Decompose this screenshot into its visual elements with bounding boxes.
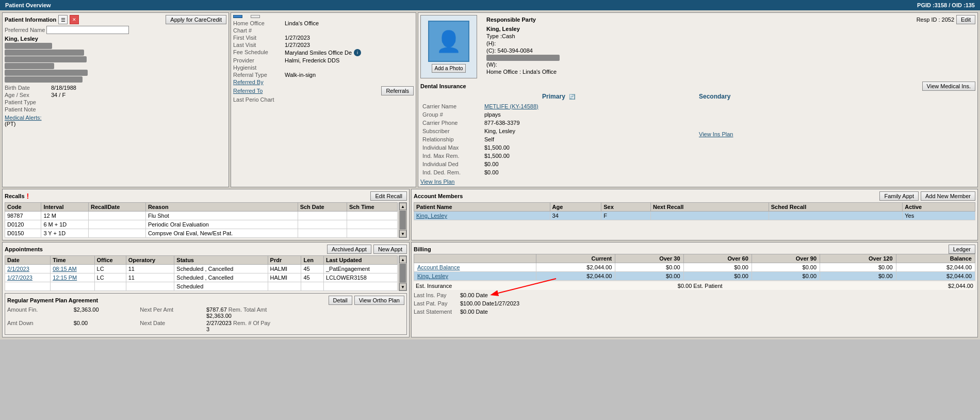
referred-to-link[interactable]: Referred To (233, 88, 285, 94)
family-appt-button[interactable]: Family Appt (879, 191, 918, 201)
ind-ded-rem-row: Ind. Ded. Rem. $0.00 (420, 168, 697, 176)
secondary-header-row: Secondary (699, 93, 975, 100)
next-per-amt-label: Next Per Amt (140, 306, 205, 319)
ehr-button[interactable] (233, 15, 242, 18)
medical-alerts-section: Medical Alerts: (5, 115, 226, 121)
first-visit-row: First Visit 1/27/2023 (233, 35, 414, 41)
appt-row-1[interactable]: 2/1/2023 08:15 AM LC 11 Scheduled , Canc… (5, 265, 398, 273)
referred-to-row: Referred To Referrals (233, 86, 414, 95)
payment-plan-header: Regular Payment Plan Agreement Detail Vi… (7, 296, 404, 305)
edit-patient-button[interactable] (251, 15, 260, 18)
col-time: Time (51, 256, 94, 265)
view-ins-plan-link-1[interactable]: View Ins Plan (420, 179, 454, 185)
add-photo-button[interactable]: Add a Photo (432, 64, 465, 73)
spacer3 (273, 320, 338, 332)
spacer2 (339, 306, 404, 319)
carrier-name-link[interactable]: METLIFE (KY-14588) (484, 103, 538, 109)
phone-blurred-1: █ ███-███-████ (5, 63, 54, 69)
archived-appt-button[interactable]: Archived Appt (327, 245, 371, 254)
phone-blurred-2: ███ ███-████ ████ █████ (5, 70, 88, 76)
new-appt-button[interactable]: New Appt (373, 245, 407, 254)
account-balance-link[interactable]: Account Balance (417, 264, 460, 270)
appt-row-2[interactable]: 1/27/2023 12:15 PM LC 11 Scheduled , Can… (5, 273, 398, 282)
recalls-scrollbar[interactable]: ▲ ▼ (399, 202, 407, 238)
col-active: Active (903, 203, 975, 212)
main-container: Patient Information ☰ ✕ Apply for CareCr… (0, 10, 980, 340)
billing-label: Billing (414, 246, 431, 252)
col-over90: Over 90 (752, 254, 820, 263)
next-date-value: 2/27/2023 Rem. # Of Pay 3 (206, 320, 272, 332)
view-ortho-plan-button[interactable]: View Ortho Plan (354, 296, 404, 305)
billing-row-1[interactable]: Account Balance $2,044.00 $0.00 $0.00 $0… (414, 263, 975, 272)
col-billing-name (414, 254, 536, 263)
next-per-amt-value: $787.67 Rem. Total Amt $2,363.00 (206, 306, 272, 319)
preferred-name-input[interactable] (46, 26, 129, 34)
referred-by-link[interactable]: Referred By (233, 79, 285, 85)
home-office-row: Home Office Linda's Office (233, 20, 414, 26)
appts-scroll-up[interactable]: ▲ (399, 256, 406, 263)
recalls-header: Recalls ! Edit Recall (5, 191, 407, 201)
col-office: Office (94, 256, 126, 265)
fee-schedule-info-icon[interactable]: i (354, 49, 361, 56)
ind-ded-row: Individual Ded $0.00 (420, 160, 697, 168)
billing-row-2[interactable]: King, Lesley $2,044.00 $0.00 $0.00 $0.00… (414, 272, 975, 281)
patient-info-panel: Patient Information ☰ ✕ Apply for CareCr… (2, 12, 229, 187)
member-row-1[interactable]: King, Lesley 34 F Yes (414, 212, 975, 220)
king-lesley-link[interactable]: King, Lesley (417, 273, 448, 279)
apply-care-credit-button[interactable]: Apply for CareCredit (166, 15, 226, 24)
col-len: Len (301, 256, 323, 265)
list-icon[interactable]: ☰ (58, 15, 68, 24)
recall-row-1[interactable]: 9878712 MFlu Shot (5, 212, 398, 220)
detail-button[interactable]: Detail (329, 296, 352, 305)
appts-scrollbar[interactable]: ▲ ▼ (399, 255, 407, 291)
member-name-link[interactable]: King, Lesley (416, 213, 447, 219)
view-medical-ins-button[interactable]: View Medical Ins. (922, 82, 975, 91)
appt-date-1[interactable]: 2/1/2023 (7, 266, 29, 272)
alert-icon[interactable]: ✕ (70, 15, 79, 24)
insurance-columns: Primary 🔄 Carrier Name METLIFE (KY-14588… (420, 93, 975, 185)
last-statement-row: Last Statement $0.00 Date (414, 309, 694, 315)
resp-party-header: Responsible Party Resp ID : 2052 Edit (486, 15, 975, 24)
primary-insurance-icon[interactable]: 🔄 (569, 94, 575, 100)
appt-row-3[interactable]: Scheduled (5, 282, 398, 291)
total-balance-value: $2,044.00 (948, 283, 973, 289)
ind-max-row: Individual Max $1,500.00 (420, 143, 697, 152)
patient-note-row: Patient Note (5, 106, 226, 112)
address-blurred-3: ████████████████ ████ (5, 56, 87, 62)
referrals-button[interactable]: Referrals (381, 86, 414, 95)
appts-thead: Date Time Office Operatory Status Prdr L… (5, 256, 398, 265)
appt-date-2[interactable]: 1/27/2023 (7, 274, 32, 281)
col-current: Current (536, 254, 615, 263)
col-age: Age (550, 203, 601, 212)
account-members-header: Account Members Family Appt Add New Memb… (414, 191, 975, 201)
address-blurred-1: ███ ████ ████ (5, 43, 52, 49)
edit-resp-party-button[interactable]: Edit (956, 15, 975, 24)
dental-ins-header: Dental Insurance View Medical Ins. (420, 82, 975, 91)
scroll-up-btn[interactable]: ▲ (399, 203, 406, 210)
center-panel: Home Office Linda's Office Chart # First… (231, 12, 416, 187)
appt-time-1[interactable]: 08:15 AM (53, 266, 76, 272)
appt-time-2[interactable]: 12:15 PM (53, 274, 77, 281)
members-header-row: Patient Name Age Sex Next Recall Sched R… (414, 203, 975, 212)
phone-line1: █ ███-███-████ (5, 63, 226, 69)
insurance-est-row: Est. Insurance $0.00 Est. Patient $2,044… (414, 282, 975, 290)
resp-party-section: 👤 Add a Photo Responsible Party Resp ID … (420, 15, 975, 78)
recalls-table: Code Interval RecallDate Reason Sch Date… (5, 202, 398, 238)
edit-recall-button[interactable]: Edit Recall (370, 191, 407, 201)
ledger-button[interactable]: Ledger (949, 245, 975, 254)
recall-row-2[interactable]: D01206 M + 1DPeriodic Oral Evaluation (5, 220, 398, 229)
scroll-down-btn[interactable]: ▼ (399, 230, 406, 237)
recall-row-3[interactable]: D01503 Y + 1DCompsve Oral Eval, New/Est … (5, 229, 398, 238)
ehr-patient-id-row (233, 15, 414, 18)
fee-schedule-row: Fee Schedule Maryland Smiles Office De i (233, 49, 414, 56)
view-ins-plan-link-2[interactable]: View Ins Plan (699, 131, 733, 137)
appts-scroll-down[interactable]: ▼ (399, 283, 406, 290)
add-new-member-button[interactable]: Add New Member (921, 191, 975, 201)
recalls-panel: Recalls ! Edit Recall Code Interval Reca… (2, 189, 410, 240)
app-title: Patient Overview (5, 2, 51, 8)
medical-alerts-label[interactable]: Medical Alerts: (5, 115, 42, 121)
col-sch-time: Sch Time (347, 203, 397, 212)
last-visit-row: Last Visit 1/27/2023 (233, 42, 414, 48)
top-section: Patient Information ☰ ✕ Apply for CareCr… (2, 12, 978, 187)
col-last-updated: Last Updated (323, 256, 397, 265)
